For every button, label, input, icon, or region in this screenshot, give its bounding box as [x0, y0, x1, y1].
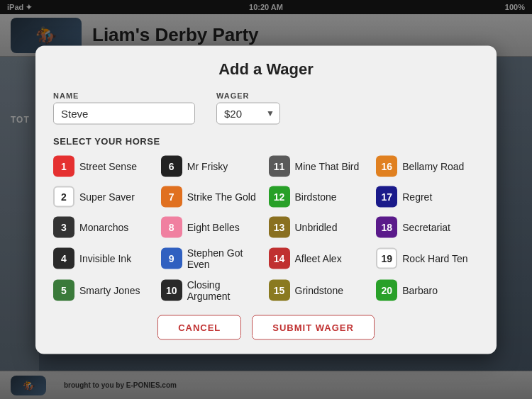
horse-number-10: 10: [161, 279, 182, 300]
horse-name-4: Invisible Ink: [79, 252, 131, 264]
horse-name-6: Mr Frisky: [187, 160, 228, 172]
name-label: NAME: [53, 91, 195, 99]
submit-wager-button[interactable]: SUBMIT WAGER: [252, 315, 375, 339]
horse-item-8[interactable]: 8Eight Belles: [161, 214, 264, 240]
horse-name-1: Street Sense: [79, 160, 137, 172]
horse-name-19: Rock Hard Ten: [402, 252, 467, 264]
horse-item-10[interactable]: 10Closing Argument: [161, 276, 264, 303]
horse-item-3[interactable]: 3Monarchos: [53, 214, 156, 240]
wager-select-wrapper: $10 $20 $50 $100 ▼: [216, 102, 280, 124]
horse-item-9[interactable]: 9Stephen Got Even: [161, 245, 264, 271]
horse-name-20: Barbaro: [402, 284, 438, 296]
horse-number-2: 2: [53, 186, 74, 207]
add-wager-modal: Add a Wager NAME WAGER $10 $20 $50 $100 …: [35, 45, 497, 354]
horse-number-20: 20: [376, 279, 397, 300]
horse-item-18[interactable]: 18Secretariat: [376, 214, 479, 240]
horse-number-5: 5: [53, 279, 74, 300]
horse-name-11: Mine That Bird: [295, 160, 360, 172]
horse-number-7: 7: [161, 186, 182, 207]
horse-number-14: 14: [269, 247, 290, 269]
horse-item-13[interactable]: 13Unbridled: [269, 214, 372, 240]
horse-number-16: 16: [376, 155, 397, 176]
horse-number-3: 3: [53, 216, 74, 237]
horse-number-18: 18: [376, 216, 397, 237]
horse-item-5[interactable]: 5Smarty Jones: [53, 276, 156, 303]
horse-item-2[interactable]: 2Super Saver: [53, 184, 156, 209]
horse-name-2: Super Saver: [79, 191, 135, 202]
horse-item-1[interactable]: 1Street Sense: [53, 153, 156, 179]
horse-item-7[interactable]: 7Strike The Gold: [161, 184, 264, 209]
modal-title: Add a Wager: [53, 60, 479, 78]
horse-item-16[interactable]: 16Bellamy Road: [376, 153, 479, 179]
name-group: NAME: [53, 91, 195, 124]
horse-name-3: Monarchos: [79, 221, 128, 232]
horse-item-19[interactable]: 19Rock Hard Ten: [376, 245, 479, 271]
button-row: CANCEL SUBMIT WAGER: [53, 315, 479, 339]
horse-number-19: 19: [376, 247, 397, 269]
horse-item-14[interactable]: 14Afleet Alex: [269, 245, 372, 271]
horse-item-17[interactable]: 17Regret: [376, 184, 479, 209]
wager-select[interactable]: $10 $20 $50 $100: [216, 102, 280, 124]
horse-name-7: Strike The Gold: [187, 191, 256, 202]
horse-name-15: Grindstone: [295, 284, 343, 296]
horse-number-12: 12: [269, 186, 290, 207]
horse-name-17: Regret: [402, 191, 432, 202]
horse-name-16: Bellamy Road: [402, 160, 464, 172]
horse-number-11: 11: [269, 155, 290, 176]
horse-name-5: Smarty Jones: [79, 284, 140, 296]
horse-name-18: Secretariat: [402, 221, 450, 232]
horse-item-12[interactable]: 12Birdstone: [269, 184, 372, 209]
horse-number-13: 13: [269, 216, 290, 237]
horse-number-8: 8: [161, 216, 182, 237]
horse-name-12: Birdstone: [295, 191, 337, 202]
horse-item-4[interactable]: 4Invisible Ink: [53, 245, 156, 271]
horse-number-1: 1: [53, 155, 74, 176]
form-row: NAME WAGER $10 $20 $50 $100 ▼: [53, 91, 479, 124]
horse-name-13: Unbridled: [295, 221, 338, 232]
horse-name-9: Stephen Got Even: [187, 247, 264, 269]
horse-item-11[interactable]: 11Mine That Bird: [269, 153, 372, 179]
horse-name-10: Closing Argument: [187, 279, 264, 301]
horse-name-8: Eight Belles: [187, 221, 240, 232]
cancel-button[interactable]: CANCEL: [157, 315, 241, 339]
horse-item-6[interactable]: 6Mr Frisky: [161, 153, 264, 179]
select-horse-label: SELECT YOUR HORSE: [53, 135, 479, 146]
horse-item-15[interactable]: 15Grindstone: [269, 276, 372, 303]
horse-number-15: 15: [269, 279, 290, 300]
wager-group: WAGER $10 $20 $50 $100 ▼: [216, 91, 280, 124]
wager-label: WAGER: [216, 91, 280, 99]
horse-name-14: Afleet Alex: [295, 252, 342, 264]
horse-number-4: 4: [53, 247, 74, 269]
horse-number-9: 9: [161, 247, 182, 269]
horse-number-17: 17: [376, 186, 397, 207]
horse-grid: 1Street Sense6Mr Frisky11Mine That Bird1…: [53, 153, 479, 303]
horse-number-6: 6: [161, 155, 182, 176]
name-input[interactable]: [53, 102, 195, 124]
horse-item-20[interactable]: 20Barbaro: [376, 276, 479, 303]
